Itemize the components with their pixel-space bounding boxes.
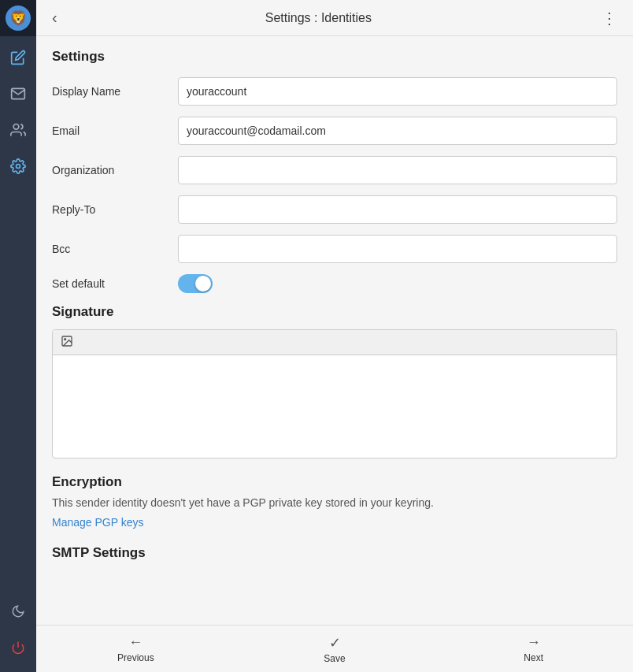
menu-button[interactable]: ⋮	[595, 6, 624, 31]
header: ‹ Settings : Identities ⋮	[36, 0, 633, 36]
sidebar-bottom	[0, 593, 36, 672]
content-area: Settings Display Name Email Organization…	[36, 36, 633, 625]
display-name-label: Display Name	[52, 85, 178, 98]
organization-row: Organization	[52, 156, 617, 184]
set-default-toggle[interactable]	[178, 274, 213, 293]
email-row: Email	[52, 117, 617, 145]
compose-icon[interactable]	[0, 39, 36, 76]
save-button[interactable]: ✓ Save	[235, 626, 435, 673]
bcc-label: Bcc	[52, 243, 178, 255]
encryption-title: Encryption	[52, 474, 617, 490]
encryption-description: This sender identity doesn't yet have a …	[52, 496, 617, 509]
image-icon[interactable]	[61, 335, 73, 350]
back-button[interactable]: ‹	[46, 6, 64, 30]
next-button[interactable]: → Next	[434, 626, 633, 673]
avatar-image: 🦁	[6, 6, 31, 31]
toggle-knob	[195, 276, 211, 291]
signature-editor	[52, 329, 617, 459]
display-name-row: Display Name	[52, 77, 617, 106]
svg-point-0	[13, 124, 19, 130]
display-name-input[interactable]	[178, 77, 617, 106]
save-icon: ✓	[329, 634, 341, 652]
toggle-switch[interactable]	[178, 274, 213, 293]
email-label: Email	[52, 124, 178, 137]
manage-pgp-link[interactable]: Manage PGP keys	[52, 516, 143, 529]
sidebar: 🦁	[0, 0, 36, 672]
power-icon[interactable]	[0, 629, 36, 666]
encryption-section: Encryption This sender identity doesn't …	[52, 474, 617, 529]
previous-label: Previous	[117, 652, 154, 663]
bcc-input[interactable]	[178, 235, 617, 263]
page-title: Settings : Identities	[73, 11, 564, 25]
avatar[interactable]: 🦁	[0, 0, 36, 36]
reply-to-input[interactable]	[178, 195, 617, 224]
bcc-row: Bcc	[52, 235, 617, 263]
main-panel: ‹ Settings : Identities ⋮ Settings Displ…	[36, 0, 633, 672]
previous-icon: ←	[128, 634, 143, 651]
save-label: Save	[324, 653, 345, 664]
moon-icon[interactable]	[0, 593, 36, 629]
settings-section-title: Settings	[52, 49, 617, 65]
signature-body[interactable]	[53, 355, 616, 458]
svg-point-4	[65, 339, 66, 340]
organization-input[interactable]	[178, 156, 617, 184]
organization-label: Organization	[52, 164, 178, 176]
smtp-title: SMTP Settings	[52, 545, 617, 561]
mail-icon[interactable]	[0, 76, 36, 112]
signature-toolbar	[53, 330, 616, 355]
set-default-row: Set default	[52, 274, 617, 293]
svg-point-1	[17, 165, 20, 169]
set-default-label: Set default	[52, 277, 178, 290]
signature-section: Signature	[52, 304, 617, 459]
signature-section-title: Signature	[52, 304, 617, 320]
settings-icon[interactable]	[0, 148, 36, 184]
reply-to-label: Reply-To	[52, 203, 178, 216]
contacts-icon[interactable]	[0, 112, 36, 148]
previous-button[interactable]: ← Previous	[36, 626, 235, 673]
next-icon: →	[527, 634, 541, 651]
next-label: Next	[524, 652, 543, 663]
bottom-nav: ← Previous ✓ Save → Next	[36, 625, 633, 672]
email-input[interactable]	[178, 117, 617, 145]
smtp-section: SMTP Settings	[52, 545, 617, 561]
reply-to-row: Reply-To	[52, 195, 617, 224]
